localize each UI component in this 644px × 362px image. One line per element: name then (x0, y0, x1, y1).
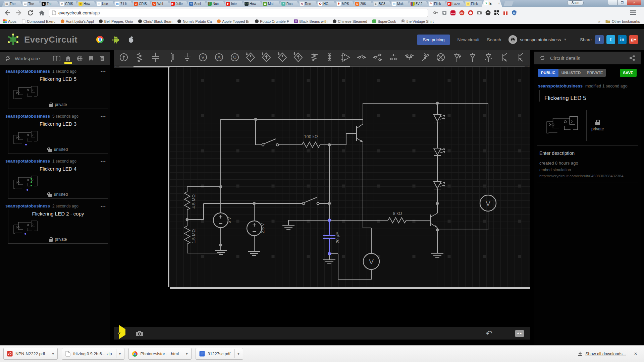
component-icon[interactable] (182, 52, 192, 63)
canvas-vertical-scrollbar[interactable] (168, 67, 169, 287)
download-item[interactable]: fritzing.0.9.2b.6....zip ▼ (62, 348, 124, 360)
browser-tab[interactable]: £ The (39, 1, 59, 7)
menu-icon[interactable] (630, 10, 636, 15)
minimize-button[interactable]: — (608, 0, 618, 5)
browser-tab[interactable]: S 296 (353, 1, 373, 7)
component-icon[interactable] (119, 52, 129, 63)
share-icon[interactable] (628, 54, 637, 62)
card-author[interactable]: seanspotatobusiness (5, 159, 50, 164)
component-icon[interactable] (293, 52, 303, 63)
reload-icon[interactable] (26, 9, 34, 17)
privacy-option-button[interactable]: UNLISTED (558, 69, 584, 77)
details-author[interactable]: seanspotatobusiness (538, 83, 583, 88)
see-pricing-button[interactable]: See pricing (417, 35, 450, 45)
social-share-button[interactable]: f (595, 35, 604, 44)
card-body[interactable]: Flickering LED 3 (8, 120, 108, 154)
component-icon[interactable] (388, 52, 398, 63)
social-share-button[interactable]: t (606, 35, 615, 44)
card-menu-icon[interactable]: ••• (101, 69, 106, 73)
bookmark-item[interactable]: Bell Pepper, Onio (99, 19, 133, 23)
globe-icon[interactable] (75, 54, 84, 63)
browser-tab[interactable]: ✎ Flick (426, 1, 447, 7)
component-icon[interactable] (452, 52, 462, 63)
browser-tab[interactable]: ⊙ CRIS (131, 1, 152, 7)
fit-screen-button[interactable]: ◄► (515, 330, 524, 337)
home-tab-icon[interactable] (64, 54, 72, 63)
component-icon[interactable] (166, 52, 176, 63)
bookmark-item[interactable]: Norm's Potato Ca (177, 19, 212, 23)
browser-tab[interactable]: ▍ Nuc (205, 1, 225, 7)
browser-tab[interactable]: ✿ Mai (260, 1, 281, 7)
bookmark-item[interactable]: Aunt Lydia's Appl (60, 19, 94, 23)
circuit-canvas[interactable]: 100 kΩ 8 kΩ 4.5 MΩ 1.5 MΩ 6 V 2.6 V 20 µ… (170, 67, 530, 287)
card-author[interactable]: seanspotatobusiness (5, 114, 50, 119)
trash-icon[interactable] (98, 54, 107, 63)
component-icon[interactable] (277, 52, 287, 63)
description-field[interactable]: Enter description (539, 150, 575, 156)
card-author[interactable]: seanspotatobusiness (5, 69, 50, 74)
card-body[interactable]: Flickering LED 5 (8, 75, 108, 109)
browser-tab[interactable]: ✿ HC- (316, 1, 336, 7)
browser-tab[interactable]: ▶ Julie (168, 1, 189, 7)
sync-icon[interactable] (3, 54, 12, 63)
circuit-name[interactable]: Flickering LED 5 (544, 95, 636, 102)
download-menu-chevron[interactable]: ▼ (49, 349, 57, 358)
browser-tab[interactable]: m 7 Lit (113, 1, 133, 7)
back-icon[interactable] (3, 9, 11, 17)
bookmark-item[interactable]: Chinese Steamed (332, 19, 367, 23)
profile-name-button[interactable]: Sean (567, 0, 584, 5)
component-icon[interactable] (483, 52, 493, 63)
chrome-icon[interactable] (96, 36, 104, 43)
account-menu[interactable]: seanspotatobusiness ▼ (508, 35, 567, 44)
download-item[interactable]: Photoresistor ....html ▼ (128, 348, 192, 360)
undo-button[interactable]: ↶ (486, 329, 492, 338)
tab-close-icon[interactable]: × (498, 1, 500, 5)
browser-tab[interactable]: ▤ The (20, 1, 41, 7)
extension-icon[interactable]: ABP (450, 10, 456, 16)
browser-tab[interactable]: ● Roa (279, 1, 299, 7)
browser-tab[interactable]: ◠ How (242, 1, 262, 7)
show-all-downloads-link[interactable]: Show all downloads... (578, 351, 626, 356)
browser-tab[interactable]: ▶ Inte (223, 1, 244, 7)
card-menu-icon[interactable]: ••• (101, 114, 106, 118)
close-button[interactable]: ✕ (627, 0, 641, 5)
component-icon[interactable] (261, 52, 271, 63)
extension-icon[interactable]: ✱ (468, 10, 473, 16)
download-menu-chevron[interactable]: ▼ (183, 349, 191, 358)
browser-tab[interactable]: ✱ MPS (334, 1, 355, 7)
download-item[interactable]: 31227sc.pdf ▼ (196, 348, 243, 360)
apple-icon[interactable] (128, 36, 134, 43)
circuit-url[interactable]: http://everycircuit.com/circuit/64508302… (539, 174, 638, 178)
component-icon[interactable]: Ω (230, 52, 240, 63)
component-icon[interactable] (499, 52, 509, 63)
bookmark-item[interactable]: Apps (3, 19, 16, 23)
search-button[interactable]: Search (487, 37, 501, 42)
bookmark-icon[interactable] (87, 54, 95, 63)
privacy-option-button[interactable]: PUBLIC (538, 69, 558, 77)
android-icon[interactable] (112, 36, 119, 44)
browser-tab[interactable]: m Use (94, 1, 115, 7)
component-icon[interactable]: A (214, 52, 224, 63)
card-body[interactable]: Flickering LED 2 - copy (8, 209, 108, 244)
browser-tab[interactable]: m Mak (389, 1, 410, 7)
camera-button[interactable] (136, 330, 144, 337)
browser-tab[interactable]: ≋ Soci (186, 1, 207, 7)
scroll-left-icon[interactable]: ← (115, 64, 118, 67)
component-icon[interactable] (151, 52, 161, 63)
other-bookmarks-button[interactable]: Other bookmarks (605, 19, 641, 23)
canvas-horizontal-scrollbar[interactable] (170, 287, 530, 289)
bookmark-item[interactable]: Potato Crumble F (255, 19, 289, 23)
home-icon[interactable] (38, 9, 46, 17)
forward-icon[interactable] (15, 9, 23, 17)
component-icon[interactable] (309, 52, 319, 63)
social-share-button[interactable]: in (618, 35, 627, 44)
browser-tab[interactable]: ◉ How (76, 1, 96, 7)
component-icon[interactable] (341, 52, 351, 63)
bookmark-item[interactable]: Chris' Black Bean (138, 19, 172, 23)
component-icon[interactable] (515, 52, 525, 63)
browser-tab[interactable]: ⊙ Wel (150, 1, 170, 7)
extension-icon[interactable]: 30 (511, 10, 517, 16)
privacy-option-button[interactable]: PRIVATE (584, 69, 606, 77)
component-icon[interactable] (404, 52, 414, 63)
play-button[interactable] (119, 329, 127, 338)
